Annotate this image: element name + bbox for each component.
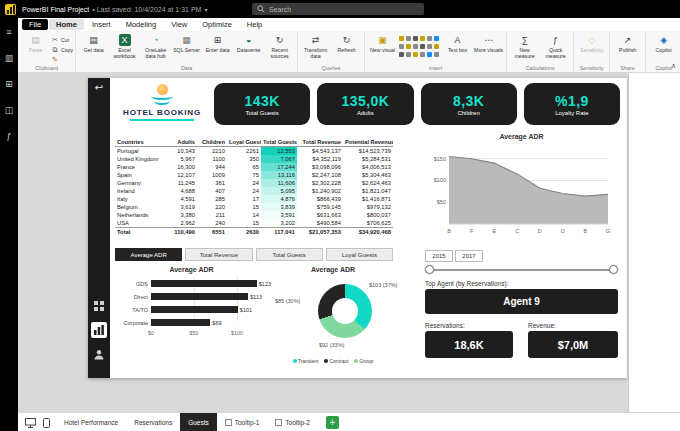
copilot-icon: ◈ [658,34,670,46]
top-agent-card[interactable]: Agent 9 [425,289,618,314]
onelake-data-hub-button[interactable]: ◔OneLake data hub [140,33,171,63]
excel-workbook-button[interactable]: XExcel workbook [109,33,140,63]
search-input[interactable]: Search [252,3,424,15]
slicer-handle-left[interactable] [425,265,434,274]
enter-data-button[interactable]: ⊞Enter data [202,33,233,63]
copy-button[interactable]: ⧉Copy [51,46,73,54]
visual-type-icon[interactable] [434,36,439,41]
slicer-track[interactable] [429,269,614,271]
reservations-card[interactable]: 18,6K [425,331,513,358]
table-cell: 3,839 [261,203,297,211]
visual-type-icon[interactable] [399,52,404,57]
nav-chart-icon[interactable] [91,322,107,338]
visual-type-icon[interactable] [420,36,425,41]
text-box-button[interactable]: AText box [442,33,473,63]
visual-type-icon[interactable] [427,36,432,41]
kpi-card-children[interactable]: 8,3KChildren [421,83,517,125]
data-view-icon[interactable]: ⊞ [0,76,18,92]
new-measure-button[interactable]: ∑New measure [509,33,540,63]
visual-type-icon[interactable] [434,52,439,57]
visual-type-icon[interactable] [434,44,439,49]
menu-tab-view[interactable]: View [164,19,194,30]
menu-tab-file[interactable]: File [22,19,48,30]
back-arrow-icon[interactable]: ↩ [88,82,110,93]
menu-tab-optimize[interactable]: Optimize [195,19,239,30]
visual-type-icon[interactable] [413,44,418,49]
new-page-button[interactable]: + [326,416,339,429]
ribbon-group-queries: ⇄Transform data↻RefreshQueries [298,31,365,72]
visual-type-icon[interactable] [427,44,432,49]
ribbon-group-label: Sensitivity [574,65,609,71]
copilot-button[interactable]: ◈Copilot [648,33,679,63]
ribbon-collapse-icon[interactable]: ∧ [671,62,676,70]
kpi-card-adults[interactable]: 135,0KAdults [317,83,413,125]
model-view-icon[interactable]: ◫ [0,102,18,118]
kpi-card-total-guests[interactable]: 143KTotal Guests [214,83,310,125]
dataverse-button[interactable]: ◒Dataverse [233,33,264,63]
table-cell: 13,116 [261,171,297,179]
get-data-button[interactable]: ▤Get data [78,33,109,63]
page-tab-guests[interactable]: Guests [180,413,217,431]
average-adr-trend-chart[interactable]: Average ADR $150$100$50BFECDOBG [425,133,618,245]
transform-data-button[interactable]: ⇄Transform data [300,33,331,63]
visual-type-icon[interactable] [399,36,404,41]
nav-people-icon[interactable] [91,346,107,362]
visual-type-icon[interactable] [420,52,425,57]
publish-button[interactable]: ↗Publish [612,33,643,63]
dax-query-view-icon[interactable]: ƒ [0,128,18,144]
slicer-end-value[interactable]: 2017 [455,250,483,262]
menu-tab-home[interactable]: Home [49,19,84,30]
table-cell: $5,284,531 [343,155,393,163]
toggle-loyal-guests[interactable]: Loyal Guests [326,248,393,261]
visual-type-icon[interactable] [406,36,411,41]
visual-type-icon[interactable] [406,52,411,57]
menu-tab-modeling[interactable]: Modeling [119,19,163,30]
toggle-average-adr[interactable]: Average ADR [115,248,182,261]
toggle-total-guests[interactable]: Total Guests [256,248,323,261]
bar-category-label: Direct [115,294,151,300]
cut-button[interactable]: ✂Cut [51,36,73,44]
visual-type-icon[interactable] [406,44,411,49]
visuals-gallery[interactable] [398,33,442,59]
table-cell: USA [115,219,167,228]
page-tab-tooltip-2[interactable]: Tooltip-2 [267,413,318,431]
page-tab-tooltip-1[interactable]: Tooltip-1 [217,413,268,431]
countries-table-visual[interactable]: CountriesAdultsChildrenLoyal GuestsTotal… [115,138,393,236]
visual-type-icon[interactable] [427,52,432,57]
visual-type-icon[interactable] [413,52,418,57]
new-visual-button[interactable]: ▣New visual [367,33,398,63]
toggle-total-revenue[interactable]: Total Revenue [185,248,252,261]
window-title: PowerBI Final Project [22,6,89,13]
title-chevron-icon[interactable]: ▾ [204,6,207,13]
visual-type-icon[interactable] [413,36,418,41]
sql-server-button[interactable]: ▦SQL Server [171,33,202,63]
revenue-card[interactable]: $7,0M [528,331,618,358]
mobile-layout-icon[interactable] [43,418,50,428]
adr-by-segment-donut-chart[interactable]: Average ADR $103 (37%) $85 (30%) $92 (33… [273,266,393,366]
slicer-handle-right[interactable] [609,265,618,274]
recent-sources-icon: ↻ [274,34,286,46]
page-tab-hotel-performance[interactable]: Hotel Performance [56,413,126,431]
paste-button[interactable]: ▤Paste [20,33,51,63]
slicer-start-value[interactable]: 2015 [425,250,453,262]
year-range-slicer[interactable]: 2015 2017 [425,250,618,276]
menu-tab-insert[interactable]: Insert [85,19,118,30]
bar [151,280,257,287]
more-visuals-button[interactable]: ⋯More visuals [473,33,504,63]
kpi-card-loyalty-rate[interactable]: %1,9Loyalty Rate [524,83,620,125]
ribbon-button-label: Publish [619,48,636,54]
menu-icon[interactable]: ≡ [0,24,18,40]
adr-by-channel-bar-chart[interactable]: Average ADR GDS$123Direct$113TA/TO$101Co… [115,266,268,366]
format-painter-button[interactable]: ✎ [51,56,73,64]
menu-tab-help[interactable]: Help [240,19,269,30]
recent-sources-button[interactable]: ↻Recent sources [264,33,295,63]
desktop-layout-icon[interactable] [25,418,36,428]
page-tab-reservations[interactable]: Reservations [126,413,180,431]
report-view-icon[interactable]: ▥ [0,50,18,66]
refresh-button[interactable]: ↻Refresh [331,33,362,63]
sensitivity-button[interactable]: ◇Sensitivity [576,33,607,63]
visual-type-icon[interactable] [420,44,425,49]
nav-grid-icon[interactable] [91,298,107,314]
visual-type-icon[interactable] [399,44,404,49]
quick-measure-button[interactable]: ƒQuick measure [540,33,571,63]
